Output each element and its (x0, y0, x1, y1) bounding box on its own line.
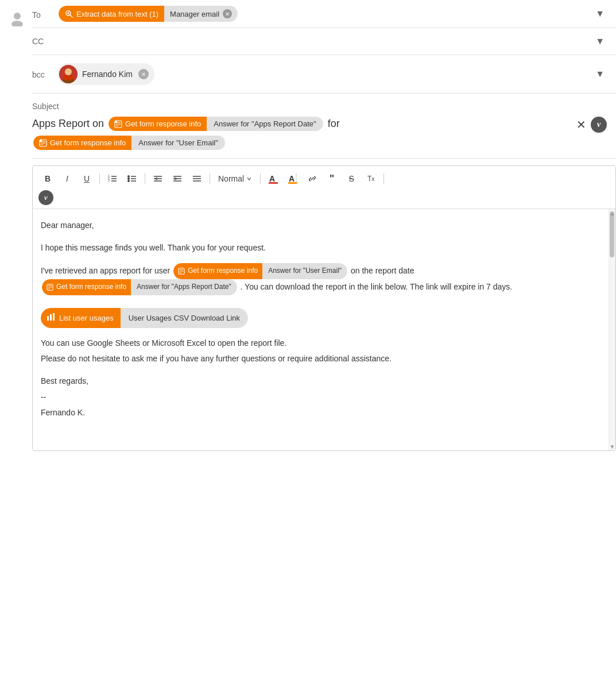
scrollbar-thumb[interactable] (610, 211, 614, 257)
v-badge-toolbar[interactable]: v (38, 190, 53, 205)
subject-chip-1[interactable]: Get form response info Answer for "Apps … (109, 117, 323, 131)
subject-chip-2[interactable]: Get form response info Answer for "User … (33, 136, 565, 150)
body-scrollbar[interactable]: ▲ ▼ (609, 209, 615, 450)
to-field-content: Extract data from text (1) Manager email… (57, 6, 595, 22)
toolbar-divider-4 (260, 173, 261, 184)
cc-label: CC (32, 37, 57, 46)
manager-email-label: Manager email (170, 10, 219, 18)
strikethrough-button[interactable]: S (342, 169, 361, 188)
underline-button[interactable]: U (78, 169, 96, 188)
subject-close-btn[interactable]: ✕ (576, 118, 586, 132)
fernando-kim-close[interactable]: ✕ (138, 69, 149, 79)
para2-mid: on the report date (351, 266, 414, 275)
to-dropdown-arrow[interactable]: ▼ (595, 9, 607, 19)
toolbar-divider-3 (210, 173, 210, 184)
clear-format-button[interactable]: Tx (362, 169, 380, 188)
para3: You can use Google Sheets or Microsoft E… (41, 336, 600, 350)
scrollbar-arrow-down[interactable]: ▼ (609, 442, 615, 450)
svg-text:A: A (269, 174, 275, 183)
list-usages-csv-label: User Usages CSV Download Link (129, 314, 240, 322)
svg-point-30 (127, 180, 130, 182)
para1: I hope this message finds you well. Than… (41, 241, 600, 255)
extract-data-chip[interactable]: Extract data from text (1) Manager email… (59, 6, 238, 22)
scrollbar-arrow-up[interactable]: ▲ (609, 209, 615, 217)
extract-icon (64, 9, 73, 18)
fernando-avatar (59, 65, 78, 83)
subject-middle-text: for (328, 118, 340, 130)
body-chip4-orange: Get form response info (56, 281, 126, 294)
sender-name: Fernando K. (41, 406, 600, 420)
para2: I've retrieved an apps report for user (41, 263, 600, 295)
cc-dropdown-arrow[interactable]: ▼ (595, 36, 607, 47)
svg-text:A: A (289, 174, 295, 183)
para4: Please do not hesitate to ask me if you … (41, 352, 600, 366)
font-color-button[interactable]: A (264, 169, 282, 188)
subject-chip2-gray-label: Answer for "User Email" (138, 138, 218, 147)
toolbar-divider-2 (145, 173, 145, 184)
signature: -- (41, 390, 600, 404)
italic-button[interactable]: I (58, 169, 76, 188)
bcc-field-content: Fernando Kim ✕ (57, 63, 595, 85)
form-icon-4 (47, 281, 53, 294)
subject-chip1-gray-label: Answer for "Apps Report Date" (214, 119, 316, 128)
svg-rect-57 (53, 313, 55, 321)
svg-point-26 (127, 175, 130, 178)
svg-point-7 (65, 68, 72, 75)
bcc-dropdown-arrow[interactable]: ▼ (595, 69, 607, 79)
bar-chart-icon (47, 311, 56, 325)
subject-prefix: Apps Report on (32, 118, 104, 130)
svg-line-3 (70, 15, 72, 17)
subject-chip2-orange-label: Get form response info (50, 138, 126, 147)
toolbar-divider-1 (99, 173, 100, 184)
body-chip3-orange: Get form response info (188, 265, 258, 277)
bcc-label: bcc (32, 69, 57, 79)
subject-label: Subject (32, 102, 607, 111)
link-button[interactable] (303, 169, 321, 188)
outdent-button[interactable] (149, 169, 167, 188)
subject-content[interactable]: Apps Report on (32, 117, 607, 150)
extract-chip-label: Extract data from text (1) (76, 10, 158, 18)
person-icon (9, 12, 25, 30)
form-icon-2 (39, 139, 47, 147)
form-icon-1 (114, 120, 122, 128)
fernando-kim-name: Fernando Kim (82, 70, 133, 79)
svg-rect-9 (64, 75, 73, 80)
subject-chip1-orange-label: Get form response info (125, 119, 201, 128)
para5: Best regards, (41, 374, 600, 388)
svg-text:3: 3 (108, 179, 110, 182)
svg-rect-42 (269, 182, 278, 184)
greeting: Dear manager, (41, 218, 600, 233)
list-usages-chip[interactable]: List user usages User Usages CSV Downloa… (41, 308, 248, 328)
svg-rect-55 (47, 316, 49, 321)
svg-point-1 (11, 21, 23, 26)
body-chip-4[interactable]: Get form response info Answer for "Apps … (42, 279, 237, 295)
subject-v-badge[interactable]: v (591, 117, 607, 133)
svg-rect-56 (50, 314, 52, 321)
editor-toolbar: B I U 1 2 3 (33, 166, 615, 209)
font-size-select[interactable]: Normal (214, 172, 257, 186)
indent-button[interactable] (168, 169, 187, 188)
svg-rect-14 (115, 121, 117, 123)
body-chip4-gray: Answer for "Apps Report Date" (137, 281, 231, 294)
para2-start: I've retrieved an apps report for user (41, 266, 170, 275)
unordered-list-button[interactable] (123, 169, 141, 188)
email-body[interactable]: Dear manager, I hope this message finds … (33, 209, 615, 450)
chip-close-manager[interactable]: ✕ (223, 9, 232, 18)
form-icon-3 (178, 265, 185, 277)
list-usages-label: List user usages (59, 311, 114, 325)
quote-button[interactable]: " (323, 169, 341, 188)
body-chip-3[interactable]: Get form response info Answer for "User … (173, 263, 347, 279)
para2-end: . You can download the report in the lin… (241, 282, 513, 291)
bold-button[interactable]: B (38, 169, 57, 188)
ordered-list-button[interactable]: 1 2 3 (103, 169, 122, 188)
fernando-kim-chip[interactable]: Fernando Kim ✕ (57, 63, 154, 85)
to-label: To (32, 8, 57, 20)
align-button[interactable] (188, 169, 206, 188)
svg-point-28 (127, 178, 130, 180)
svg-point-0 (14, 13, 21, 20)
body-chip3-gray: Answer for "User Email" (268, 265, 342, 277)
svg-rect-19 (40, 140, 42, 142)
toolbar-divider-5 (383, 173, 384, 184)
highlight-button[interactable]: A (284, 169, 302, 188)
